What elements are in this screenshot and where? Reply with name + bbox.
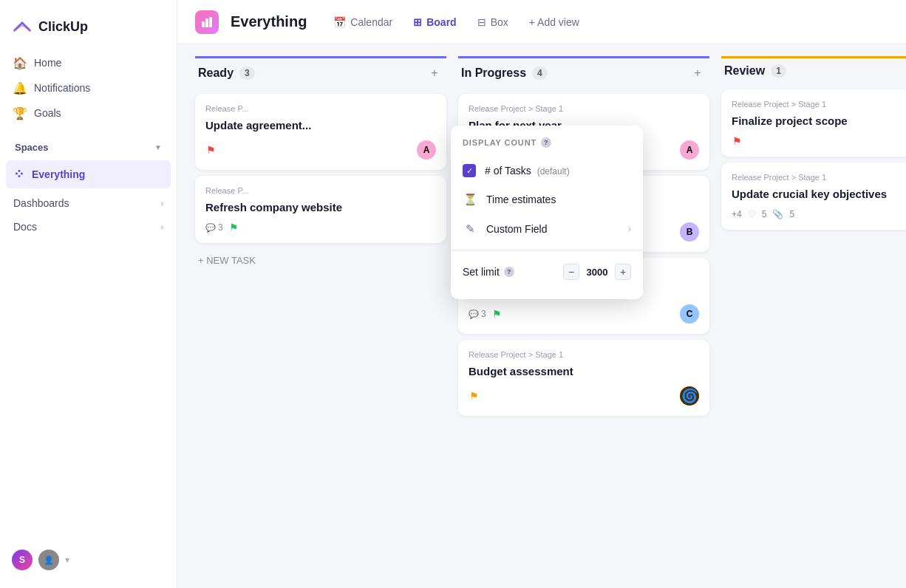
attach-count: 5 [762,209,767,219]
column-ready: Ready 3 + Release P... Update agreement.… [195,56,446,576]
sidebar-item-docs[interactable]: Docs › [6,215,171,239]
user-avatar-secondary[interactable]: 👤 [38,550,59,570]
card-title: Budget assessment [469,363,699,379]
sidebar-item-goals[interactable]: 🏆 Goals [6,100,171,126]
paperclip-icon: 📎 [772,209,783,219]
popup-limit-row: Set limit ? − 3000 + [451,256,643,287]
card-meta: Release Project > Stage 1 [732,173,906,182]
extra-count: +4 [732,209,742,219]
column-review-header: Review 1 [721,56,906,83]
chevron-right-icon: › [161,223,163,231]
info-icon[interactable]: ? [541,137,551,148]
limit-controls: − 3000 + [563,264,631,280]
column-inprogress-header: In Progress 4 + [458,56,709,88]
tab-box[interactable]: ⊟ Box [469,12,517,33]
edit-icon: ✎ [463,222,477,236]
sidebar-item-label: Home [34,57,61,69]
avatar: A [417,140,436,160]
app-name: ClickUp [38,19,88,35]
card-meta: Release Project > Stage 1 [469,104,699,113]
board-view: DISPLAY COUNT ? ✓ # of Tasks (default) ⏳… [177,44,906,588]
flag-green-icon [492,309,503,319]
main-content: Everything 📅 Calendar ⊞ Board ⊟ Box + Ad… [177,0,906,588]
flag-red-icon [205,145,216,155]
flag-red-icon [732,136,742,146]
card-title: Refresh company website [205,199,436,215]
card-meta: Release Project > Stage 1 [732,100,906,109]
card-meta: Release Project > Stage 1 [469,350,699,359]
box-icon: ⊟ [477,16,486,28]
card-meta: Release P... [205,186,436,195]
column-review: Review 1 Release Project > Stage 1 Final… [721,56,906,576]
limit-info-icon[interactable]: ? [504,267,514,277]
sidebar-item-label: Goals [34,107,61,119]
popup-item-custom[interactable]: ✎ Custom Field › [451,214,643,244]
popup-container: DISPLAY COUNT ? ✓ # of Tasks (default) ⏳… [451,126,643,299]
spaces-section: Spaces ▼ [0,126,177,160]
avatar: C [680,304,699,324]
spaces-label: Spaces [15,142,49,153]
topbar-title: Everything [231,13,307,30]
sidebar-item-dashboards[interactable]: Dashboards › [6,191,171,215]
avatar: A [680,140,699,160]
user-menu-chevron[interactable]: ▾ [65,555,69,565]
card-footer: 3 [205,222,436,233]
trophy-icon: 🏆 [13,106,27,120]
card-footer: A [205,140,436,160]
popup-divider [451,250,643,250]
flag-green-icon [229,222,239,233]
avatar: 🌀 [680,386,699,406]
column-ready-add-button[interactable]: + [426,64,443,82]
spaces-items: ⁘ Everything [0,160,177,188]
card-title: Update agreement... [205,117,436,133]
user-avatar-primary[interactable]: S [12,550,33,570]
spaces-header[interactable]: Spaces ▼ [7,137,169,157]
topbar-nav: 📅 Calendar ⊞ Board ⊟ Box + Add view [324,12,588,33]
svg-rect-1 [205,18,208,27]
new-task-button[interactable]: + NEW TASK [195,249,446,272]
table-row[interactable]: Release Project > Stage 1 Finalize proje… [721,89,906,157]
table-row[interactable]: Release Project > Stage 1 Update crucial… [721,163,906,230]
sidebar-item-home[interactable]: 🏠 Home [6,50,171,75]
sidebar-item-everything[interactable]: ⁘ Everything [6,160,171,188]
limit-decrease-button[interactable]: − [563,264,579,280]
column-review-count: 1 [771,64,786,78]
card-title: Update crucial key objectives [732,186,906,202]
flag-yellow-icon [469,391,479,401]
logo-icon [12,16,33,37]
limit-increase-button[interactable]: + [615,264,631,280]
column-inprogress-add-button[interactable]: + [689,64,706,82]
popup-label-time: Time estimates [486,194,556,205]
table-row[interactable]: Release P... Update agreement... A [195,94,446,170]
card-footer: +4 ♡ 5 📎 5 [732,209,906,219]
check-icon: ✓ [463,164,476,177]
add-view-button[interactable]: + Add view [520,12,588,33]
sidebar: ClickUp 🏠 Home 🔔 Notifications 🏆 Goals S… [0,0,177,588]
table-row[interactable]: Release P... Refresh company website 3 [195,176,446,243]
table-row[interactable]: Release Project > Stage 1 Budget assessm… [458,340,709,416]
view-icon [195,10,219,34]
card-footer [732,136,906,146]
tab-board[interactable]: ⊞ Board [404,12,465,33]
sidebar-item-notifications[interactable]: 🔔 Notifications [6,75,171,100]
sidebar-item-label: Notifications [34,82,90,94]
column-inprogress-title: In Progress [461,66,526,80]
svg-rect-2 [209,17,212,27]
display-count-popup: DISPLAY COUNT ? ✓ # of Tasks (default) ⏳… [451,126,643,299]
sidebar-groups: Dashboards › Docs › [0,188,177,242]
popup-default-label: (default) [537,166,570,177]
popup-label-custom: Custom Field [486,223,547,235]
chevron-right-icon: › [628,224,631,234]
sidebar-everything-label: Everything [32,168,85,180]
popup-label-tasks: # of Tasks (default) [485,165,570,177]
calendar-icon: 📅 [333,16,346,28]
chevron-right-icon: › [161,199,163,208]
popup-item-tasks[interactable]: ✓ # of Tasks (default) [451,157,643,185]
column-ready-count: 3 [239,66,255,80]
popup-limit-label: Set limit ? [463,266,514,278]
card-meta: Release P... [205,104,436,113]
popup-item-time[interactable]: ⏳ Time estimates [451,185,643,214]
hourglass-icon: ⏳ [463,192,477,207]
limit-value: 3000 [584,267,610,278]
tab-calendar[interactable]: 📅 Calendar [324,12,401,33]
